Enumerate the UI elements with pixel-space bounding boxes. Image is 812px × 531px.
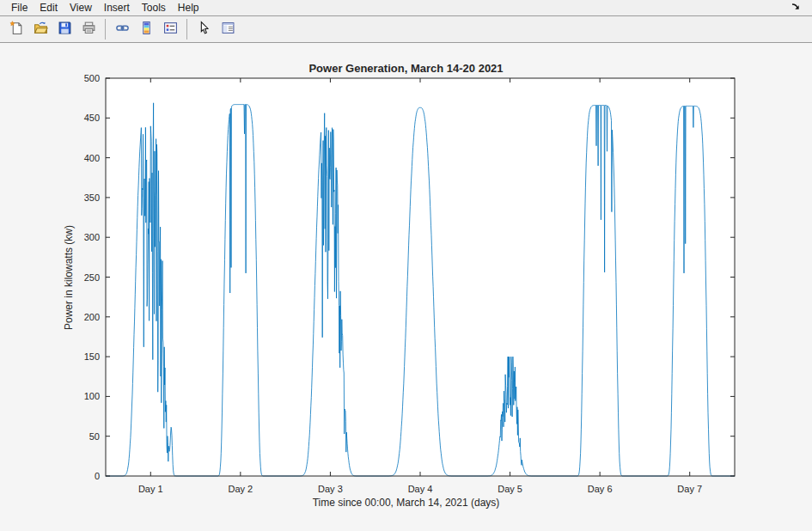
chart-title: Power Generation, March 14-20 2021 — [0, 62, 812, 75]
menu-insert[interactable]: Insert — [98, 0, 136, 15]
property-inspector-icon — [221, 21, 235, 39]
y-tick-label: 250 — [84, 272, 100, 283]
y-tick-label: 0 — [95, 471, 100, 481]
figure-toolbar — [0, 16, 812, 43]
menu-view[interactable]: View — [64, 0, 98, 15]
new-figure-icon — [9, 21, 24, 39]
insert-legend-icon — [163, 21, 178, 39]
link-plot-button[interactable] — [110, 17, 134, 41]
menu-help[interactable]: Help — [172, 0, 205, 15]
y-tick-label: 200 — [84, 312, 100, 322]
y-axis-label: Power in kilowatts (kw) — [63, 225, 75, 330]
save-figure-button[interactable] — [52, 17, 76, 41]
new-figure-button[interactable] — [4, 17, 28, 41]
matlab-figure-window: File Edit View Insert Tools Help — [0, 0, 812, 531]
insert-colorbar-button[interactable] — [134, 17, 158, 41]
dock-figure-button[interactable] — [790, 2, 802, 14]
x-tick-label: Day 3 — [318, 484, 343, 494]
insert-legend-button[interactable] — [158, 17, 182, 41]
x-tick-label: Day 1 — [138, 484, 163, 494]
menu-edit[interactable]: Edit — [34, 0, 64, 15]
open-file-button[interactable] — [28, 17, 52, 41]
menu-bar: File Edit View Insert Tools Help — [0, 0, 812, 16]
y-tick-label: 150 — [84, 351, 100, 362]
save-figure-icon — [58, 21, 72, 39]
print-figure-icon — [82, 21, 96, 39]
open-file-icon — [34, 21, 48, 39]
dock-figure-arrow-icon — [791, 0, 801, 15]
y-tick-label: 300 — [84, 232, 100, 242]
figure-area: 050100150200250300350400450500Day 1Day 2… — [0, 43, 812, 530]
plot-canvas[interactable]: 050100150200250300350400450500Day 1Day 2… — [0, 43, 812, 530]
link-plot-icon — [115, 21, 130, 39]
y-tick-label: 350 — [84, 192, 100, 203]
insert-colorbar-icon — [139, 21, 154, 39]
x-tick-label: Day 5 — [498, 484, 522, 494]
x-tick-label: Day 2 — [228, 484, 253, 494]
menu-tools[interactable]: Tools — [136, 0, 172, 15]
toolbar-separator — [186, 19, 187, 40]
y-tick-label: 50 — [89, 431, 100, 442]
x-tick-label: Day 4 — [408, 484, 433, 494]
x-tick-label: Day 7 — [677, 484, 702, 494]
edit-plot-button[interactable] — [192, 17, 216, 41]
x-tick-label: Day 6 — [588, 484, 613, 494]
x-axis-label: Time since 00:00, March 14, 2021 (days) — [0, 497, 812, 509]
property-inspector-button[interactable] — [216, 17, 240, 41]
edit-plot-arrow-icon — [197, 21, 211, 39]
menu-file[interactable]: File — [5, 0, 34, 15]
toolbar-separator — [105, 19, 106, 40]
y-tick-label: 100 — [84, 391, 100, 401]
y-tick-label: 400 — [84, 153, 100, 163]
y-tick-label: 450 — [84, 113, 100, 123]
print-figure-button[interactable] — [76, 17, 101, 41]
